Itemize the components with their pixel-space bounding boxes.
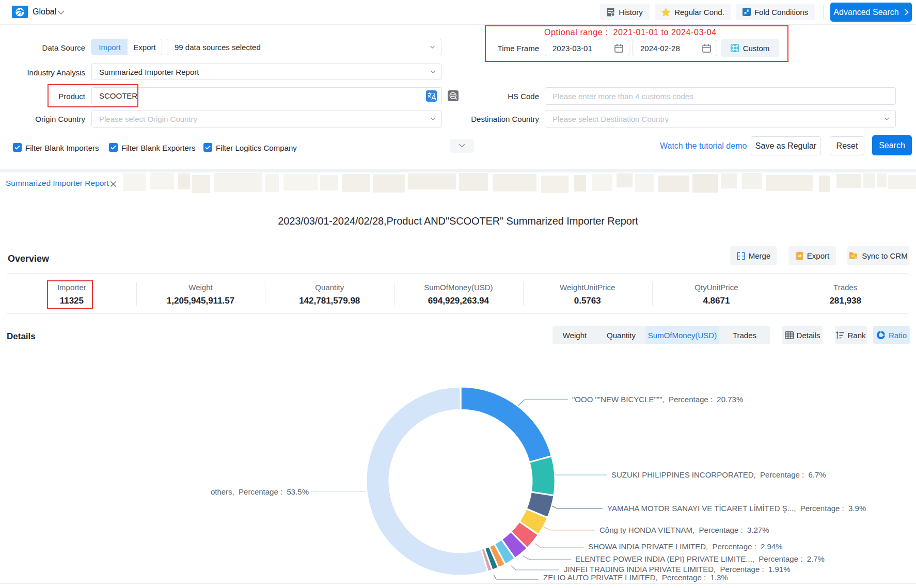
svg-text:Công ty HONDA VIETNAM, Percen: Công ty HONDA VIETNAM, Percentage : 3.27…	[599, 526, 769, 534]
svg-text:SUZUKI PHILIPPINES INCORPORATE: SUZUKI PHILIPPINES INCORPORATED, Percent…	[611, 470, 826, 479]
svg-text:SHOWA INDIA PRIVATE LIMITED,: SHOWA INDIA PRIVATE LIMITED, Percentage …	[588, 542, 783, 551]
svg-text:ELENTEC POWER INDIA (EPI) PRIV: ELENTEC POWER INDIA (EPI) PRIVATE LIMITE…	[575, 554, 825, 563]
svg-text:"OOO ""NEW BICYCLE""", Percen: "OOO ""NEW BICYCLE""", Percentage : 20.7…	[572, 395, 743, 404]
svg-text:others, Percentage : 53.5%: others, Percentage : 53.5%	[211, 487, 309, 496]
svg-text:YAMAHA MOTOR SANAYI VE TİCARET: YAMAHA MOTOR SANAYI VE TİCARET LİMİTED Ş…	[607, 504, 866, 513]
svg-text:JINFEI TRADING INDIA PRIVATE L: JINFEI TRADING INDIA PRIVATE LIMITED, Pe…	[564, 565, 790, 574]
svg-text:ZELIO AUTO PRIVATE LIMITED, P: ZELIO AUTO PRIVATE LIMITED, Percentage :…	[543, 573, 728, 582]
